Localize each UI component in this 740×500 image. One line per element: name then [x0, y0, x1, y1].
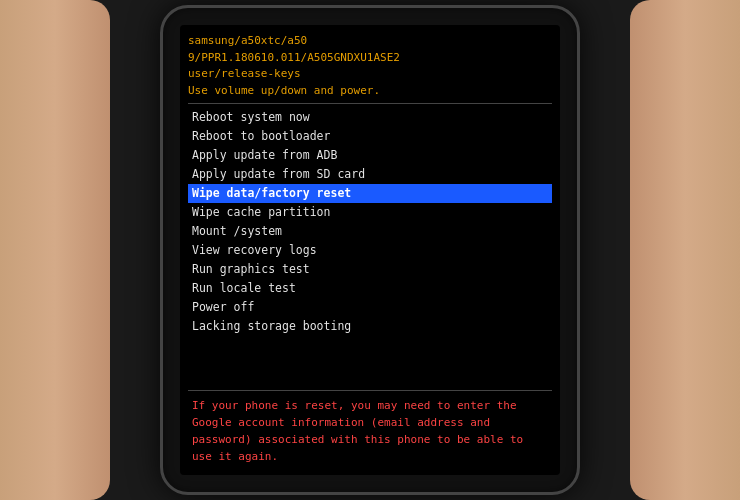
hand-right: [630, 0, 740, 500]
volume-up-button[interactable]: [160, 108, 163, 138]
menu-item[interactable]: Reboot system now: [188, 108, 552, 127]
warning-text: If your phone is reset, you may need to …: [192, 397, 548, 465]
menu-item[interactable]: Lacking storage booting: [188, 317, 552, 336]
header-line-3: user/release-keys: [188, 66, 552, 83]
recovery-menu: Reboot system nowReboot to bootloaderApp…: [188, 106, 552, 388]
header-line-4: Use volume up/down and power.: [188, 83, 552, 100]
warning-section: If your phone is reset, you may need to …: [188, 390, 552, 469]
scene: samsung/a50xtc/a50 9/PPR1.180610.011/A50…: [0, 0, 740, 500]
menu-item[interactable]: Mount /system: [188, 222, 552, 241]
menu-item[interactable]: Power off: [188, 298, 552, 317]
menu-item[interactable]: Apply update from ADB: [188, 146, 552, 165]
menu-item[interactable]: Run graphics test: [188, 260, 552, 279]
screen: samsung/a50xtc/a50 9/PPR1.180610.011/A50…: [180, 25, 560, 475]
menu-item[interactable]: Run locale test: [188, 279, 552, 298]
phone: samsung/a50xtc/a50 9/PPR1.180610.011/A50…: [160, 5, 580, 495]
menu-item[interactable]: Wipe cache partition: [188, 203, 552, 222]
header-section: samsung/a50xtc/a50 9/PPR1.180610.011/A50…: [188, 31, 552, 104]
header-line-2: 9/PPR1.180610.011/A505GNDXU1ASE2: [188, 50, 552, 67]
menu-item[interactable]: Reboot to bootloader: [188, 127, 552, 146]
menu-item[interactable]: View recovery logs: [188, 241, 552, 260]
hand-left: [0, 0, 110, 500]
menu-item[interactable]: Apply update from SD card: [188, 165, 552, 184]
menu-item[interactable]: Wipe data/factory reset: [188, 184, 552, 203]
volume-down-button[interactable]: [160, 148, 163, 178]
header-line-1: samsung/a50xtc/a50: [188, 33, 552, 50]
power-button[interactable]: [577, 128, 580, 168]
